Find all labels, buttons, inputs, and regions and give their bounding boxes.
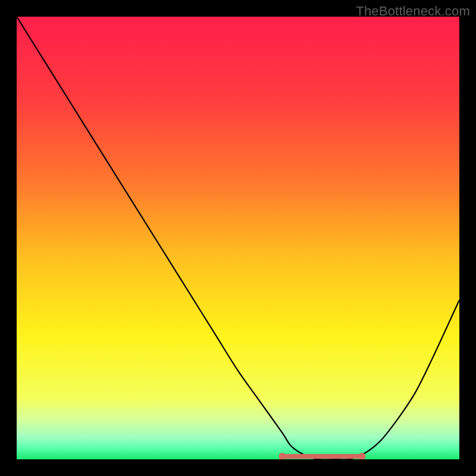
gradient-background bbox=[17, 17, 459, 459]
watermark-text: TheBottleneck.com bbox=[356, 4, 470, 19]
bottleneck-chart bbox=[17, 17, 459, 459]
chart-frame bbox=[17, 17, 459, 459]
